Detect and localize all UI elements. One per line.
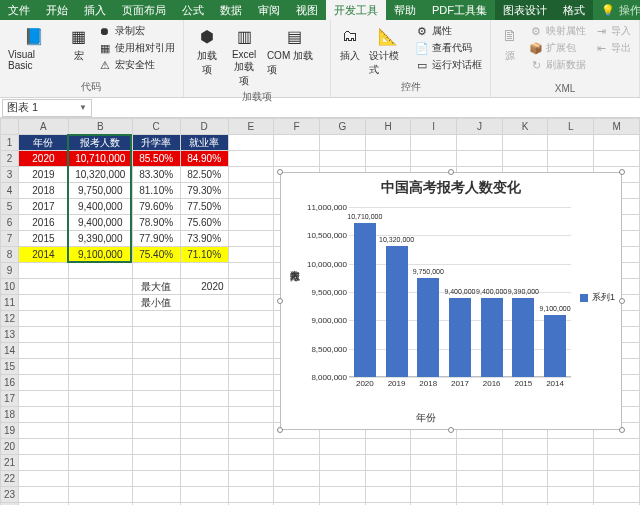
tab-review[interactable]: 审阅 xyxy=(250,0,288,20)
chart-bar[interactable] xyxy=(481,298,503,377)
macro-icon: ▦ xyxy=(68,25,90,47)
chart-bar[interactable] xyxy=(354,223,376,377)
tab-view[interactable]: 视图 xyxy=(288,0,326,20)
cell-A1[interactable]: 年份 xyxy=(18,135,68,151)
com-icon: ▤ xyxy=(283,25,305,47)
cell-A8[interactable]: 2014 xyxy=(18,247,68,263)
macro-security-button[interactable]: ⚠宏安全性 xyxy=(96,57,177,73)
import-button[interactable]: ⇥导入 xyxy=(592,23,633,39)
record-macro-button[interactable]: ⏺录制宏 xyxy=(96,23,177,39)
expansion-pack-button[interactable]: 📦扩展包 xyxy=(527,40,588,56)
tab-insert[interactable]: 插入 xyxy=(76,0,114,20)
excel-addins-button[interactable]: ▥Excel 加载项 xyxy=(227,23,261,90)
tab-help[interactable]: 帮助 xyxy=(386,0,424,20)
xml-source-button[interactable]: 🗎源 xyxy=(497,23,523,65)
tab-home[interactable]: 开始 xyxy=(38,0,76,20)
record-icon: ⏺ xyxy=(98,24,112,38)
cell-D1[interactable]: 就业率 xyxy=(180,135,228,151)
cell-D3[interactable]: 82.50% xyxy=(180,167,228,183)
name-box[interactable]: 图表 1 ▼ xyxy=(2,99,92,117)
cell-C1[interactable]: 升学率 xyxy=(132,135,180,151)
cell-C6[interactable]: 78.90% xyxy=(132,215,180,231)
visual-basic-button[interactable]: 📘Visual Basic xyxy=(6,23,62,73)
cell-C5[interactable]: 79.60% xyxy=(132,199,180,215)
relative-ref-button[interactable]: ▦使用相对引用 xyxy=(96,40,177,56)
chart-bar[interactable] xyxy=(512,298,534,377)
cell-B6[interactable]: 9,400,000 xyxy=(68,215,132,231)
legend-swatch-icon xyxy=(580,294,588,302)
cell-A6[interactable]: 2016 xyxy=(18,215,68,231)
xml-icon: 🗎 xyxy=(499,25,521,47)
cell-D8[interactable]: 71.10% xyxy=(180,247,228,263)
cell-B5[interactable]: 9,400,000 xyxy=(68,199,132,215)
chart-bar[interactable] xyxy=(544,315,566,377)
macros-button[interactable]: ▦宏 xyxy=(66,23,92,65)
view-code-button[interactable]: 📄查看代码 xyxy=(413,40,484,56)
cell-C8[interactable]: 75.40% xyxy=(132,247,180,263)
properties-button[interactable]: ⚙属性 xyxy=(413,23,484,39)
chart-title[interactable]: 中国高考报考人数变化 xyxy=(281,179,621,197)
cell-A7[interactable]: 2015 xyxy=(18,231,68,247)
chart-x-axis-label[interactable]: 年份 xyxy=(281,411,571,425)
cell-C3[interactable]: 83.30% xyxy=(132,167,180,183)
tell-me-search[interactable]: 💡 操作说明搜索 xyxy=(593,0,640,20)
export-button[interactable]: ⇤导出 xyxy=(592,40,633,56)
chart-bar[interactable] xyxy=(386,246,408,377)
cell-D4[interactable]: 79.30% xyxy=(180,183,228,199)
chart-plot-area[interactable]: 8,000,0008,500,0009,000,0009,500,00010,0… xyxy=(311,207,571,397)
tab-pdf[interactable]: PDF工具集 xyxy=(424,0,495,20)
group-code-label: 代码 xyxy=(6,80,177,96)
tab-layout[interactable]: 页面布局 xyxy=(114,0,174,20)
addins-button[interactable]: ⬢加载项 xyxy=(190,23,224,79)
worksheet[interactable]: ABCDEFGHIJKLM 1年份报考人数升学率就业率 2202010,710,… xyxy=(0,118,640,505)
grid-icon: ▦ xyxy=(98,41,112,55)
cell-C4[interactable]: 81.10% xyxy=(132,183,180,199)
dialog-icon: ▭ xyxy=(415,58,429,72)
map-props-button[interactable]: ⚙映射属性 xyxy=(527,23,588,39)
cell-D6[interactable]: 75.60% xyxy=(180,215,228,231)
lightbulb-icon: 💡 xyxy=(601,4,615,17)
cell-B1[interactable]: 报考人数 xyxy=(68,135,132,151)
tab-developer[interactable]: 开发工具 xyxy=(326,0,386,20)
design-mode-button[interactable]: 📐设计模式 xyxy=(367,23,409,79)
cell-D7[interactable]: 73.90% xyxy=(180,231,228,247)
cell-B7[interactable]: 9,390,000 xyxy=(68,231,132,247)
tab-chart-design[interactable]: 图表设计 xyxy=(495,0,555,20)
chevron-down-icon[interactable]: ▼ xyxy=(79,103,87,112)
com-addins-button[interactable]: ▤COM 加载项 xyxy=(265,23,324,79)
cell-C11[interactable]: 最小值 xyxy=(132,295,180,311)
tab-formulas[interactable]: 公式 xyxy=(174,0,212,20)
refresh-data-button[interactable]: ↻刷新数据 xyxy=(527,57,588,73)
run-dialog-button[interactable]: ▭运行对话框 xyxy=(413,57,484,73)
tab-format[interactable]: 格式 xyxy=(555,0,593,20)
tab-file[interactable]: 文件 xyxy=(0,0,38,20)
cell-D10[interactable]: 2020 xyxy=(180,279,228,295)
cell-D2[interactable]: 84.90% xyxy=(180,151,228,167)
ribbon-tabs: 文件 开始 插入 页面布局 公式 数据 审阅 视图 开发工具 帮助 PDF工具集… xyxy=(0,0,640,20)
column-headers[interactable]: ABCDEFGHIJKLM xyxy=(1,119,640,135)
cell-B8[interactable]: 9,100,000 xyxy=(68,247,132,263)
chart-legend[interactable]: 系列1 xyxy=(580,291,615,304)
cell-C10[interactable]: 最大值 xyxy=(132,279,180,295)
cell-C7[interactable]: 77.90% xyxy=(132,231,180,247)
insert-control-button[interactable]: 🗂插入 xyxy=(337,23,363,65)
group-xml-label: XML xyxy=(497,83,633,96)
cell-B4[interactable]: 9,750,000 xyxy=(68,183,132,199)
cell-C2[interactable]: 85.50% xyxy=(132,151,180,167)
expand-icon: 📦 xyxy=(529,41,543,55)
cell-B2[interactable]: 10,710,000 xyxy=(68,151,132,167)
code-icon: 📄 xyxy=(415,41,429,55)
cell-A5[interactable]: 2017 xyxy=(18,199,68,215)
chart-bar[interactable] xyxy=(449,298,471,377)
addin-icon: ⬢ xyxy=(196,25,218,47)
excel-addin-icon: ▥ xyxy=(233,25,255,47)
tab-data[interactable]: 数据 xyxy=(212,0,250,20)
cell-A3[interactable]: 2019 xyxy=(18,167,68,183)
embedded-chart[interactable]: 中国高考报考人数变化 报考人数 8,000,0008,500,0009,000,… xyxy=(280,172,622,430)
cell-A2[interactable]: 2020 xyxy=(18,151,68,167)
cell-A4[interactable]: 2018 xyxy=(18,183,68,199)
chart-y-ticks: 8,000,0008,500,0009,000,0009,500,00010,0… xyxy=(305,207,347,377)
cell-B3[interactable]: 10,320,000 xyxy=(68,167,132,183)
chart-bar[interactable] xyxy=(417,278,439,377)
cell-D5[interactable]: 77.50% xyxy=(180,199,228,215)
